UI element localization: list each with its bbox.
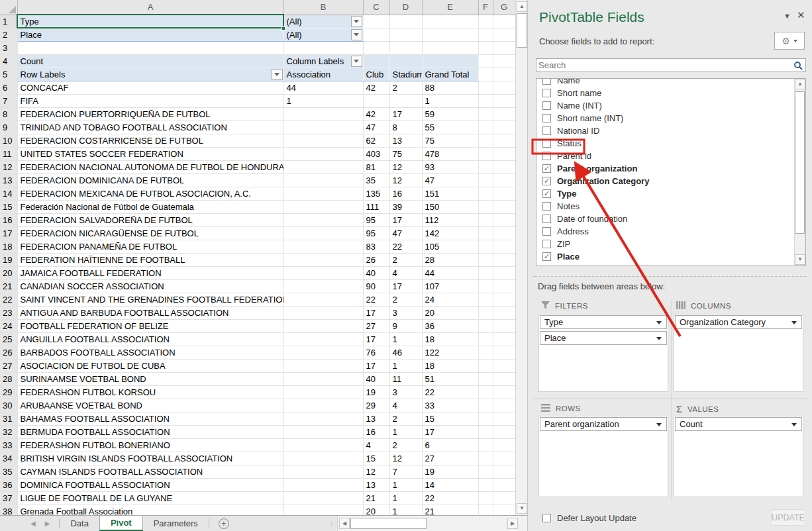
scroll-left-arrow-icon[interactable]: ◀ [339,518,350,529]
row-header[interactable]: 35 [0,465,17,478]
cell-club-count[interactable]: 76 [363,346,389,359]
field-checkbox[interactable] [542,126,551,135]
cell-grand-total[interactable]: 6 [422,438,478,452]
grid-horizontal-scrollbar[interactable]: ◀ ▶ [337,516,527,531]
cell-stadium-count[interactable]: 1 [389,491,422,505]
cell-row-label[interactable]: BRITISH VIRGIN ISLANDS FOOTBALL ASSOCIAT… [17,452,283,465]
cell-club-count[interactable]: 95 [363,213,389,226]
row-header[interactable]: 11 [0,147,17,160]
field-checkbox-item[interactable]: Short name [536,87,791,99]
cell-row-label[interactable]: UNITED STATES SOCCER FEDERATION [17,147,283,160]
values-area-box[interactable]: Count [674,416,803,497]
cell-grand-total[interactable]: 44 [422,266,478,279]
cell-club-count[interactable]: 21 [363,491,389,505]
row-header[interactable]: 33 [0,438,17,452]
row-header[interactable]: 22 [0,293,17,306]
defer-checkbox[interactable] [542,514,551,522]
cell-stadium-count[interactable]: 1 [389,505,422,515]
row-header[interactable]: 16 [0,213,17,226]
cell-row-label[interactable]: FEDERACION MEXICANA DE FUTBOL ASOCIACION… [17,187,283,200]
field-checkbox[interactable] [542,202,551,211]
cell-association-count[interactable] [283,452,363,465]
cell-stadium-count[interactable]: 4 [389,399,422,412]
cell-row-labels[interactable]: Row Labels [17,68,283,81]
scroll-right-arrow-icon[interactable]: ▶ [507,518,518,529]
field-checkbox[interactable] [542,189,551,198]
cell-association-count[interactable] [283,121,363,134]
row-header[interactable]: 24 [0,319,17,332]
row-header[interactable]: 8 [0,107,17,121]
filters-field-pill[interactable]: Type [540,315,667,329]
cell-association-count[interactable] [283,240,363,253]
cell-count[interactable]: Count [17,54,283,68]
cell-association-count[interactable] [283,226,363,240]
rows-area-box[interactable]: Parent organization [538,416,668,497]
cell-club-header[interactable]: Club [363,68,389,81]
cell-row-label[interactable]: ANGUILLA FOOTBALL ASSOCIATION [17,332,283,346]
filters-area-box[interactable]: TypePlace [538,314,668,392]
select-all-corner[interactable] [0,0,17,15]
row-header[interactable]: 27 [0,359,17,372]
row-header[interactable]: 20 [0,266,17,279]
cell-grand-total[interactable]: 88 [422,81,478,94]
cell-grand-total[interactable]: 55 [422,121,478,134]
cell-club-count[interactable]: 42 [363,107,389,121]
pane-options-chevron-icon[interactable]: ▼ [784,12,791,20]
cell-stadium-count[interactable]: 2 [389,438,422,452]
row-header[interactable]: 19 [0,253,17,266]
cell-club-count[interactable]: 40 [363,266,389,279]
cell-club-count[interactable]: 81 [363,160,389,173]
cell-stadium-count[interactable]: 1 [389,478,422,491]
cell-row-label[interactable]: FEDERASHON FUTBOL KORSOU [17,385,283,399]
cell-association-count[interactable] [283,372,363,385]
list-scroll-thumb[interactable] [795,91,805,234]
cell-stadium-count[interactable]: 46 [389,346,422,359]
cell-grand-total[interactable]: 18 [422,332,478,346]
cell-grand-total[interactable]: 19 [422,465,478,478]
cell-row-label[interactable]: FEDERACION DOMINICANA DE FUTBOL [17,173,283,187]
field-checkbox-item[interactable]: Parent id [536,150,791,162]
cell-club-count[interactable]: 20 [363,505,389,515]
field-checkbox-item[interactable]: Notes [536,200,791,213]
row-header-2[interactable]: 2 [0,28,17,41]
cell-row-label[interactable]: FIFA [17,94,283,107]
cell-club-count[interactable]: 19 [363,385,389,399]
cell-stadium-count[interactable]: 75 [389,147,422,160]
cell-row-label[interactable]: BERMUDA FOOTBALL ASSOCIATION [17,425,283,438]
cell-stadium-count[interactable]: 12 [389,160,422,173]
cell-row-label[interactable]: BARBADOS FOOTBALL ASSOCIATION [17,346,283,359]
column-header-b[interactable]: B [283,0,363,15]
field-checkbox-item[interactable]: National ID [536,124,791,137]
field-checkbox[interactable] [542,152,551,160]
row-header[interactable]: 17 [0,226,17,240]
field-checkbox[interactable] [542,177,551,185]
row-header[interactable]: 21 [0,279,17,293]
cell-row-label[interactable]: CANADIAN SOCCER ASSOCIATION [17,279,283,293]
field-checkbox-item[interactable]: Organization Category [536,175,791,187]
cell-club-count[interactable]: 17 [363,306,389,319]
cell-association-count[interactable] [283,491,363,505]
cell-stadium-count[interactable]: 3 [389,385,422,399]
cell-row-label[interactable]: CONCACAF [17,81,283,94]
cell-association-header[interactable]: Association [283,68,363,81]
row-header[interactable]: 12 [0,160,17,173]
columns-field-pill[interactable]: Organization Category [675,315,802,329]
cell-stadium-count[interactable]: 17 [389,107,422,121]
scroll-up-arrow-icon[interactable]: ▲ [517,1,527,12]
cell-stadium-count[interactable]: 11 [389,372,422,385]
cell-grand-total[interactable]: 478 [422,147,478,160]
cell-association-count[interactable] [283,505,363,515]
cell-stadium-count[interactable]: 7 [389,465,422,478]
scroll-down-arrow-icon[interactable]: ▼ [517,503,527,514]
cell-association-count[interactable] [283,425,363,438]
cell-club-count[interactable]: 95 [363,226,389,240]
values-field-pill[interactable]: Count [675,417,802,431]
cell-row-label[interactable]: FEDERACION PANAMEÑA DE FUTBOL [17,240,283,253]
row-header[interactable]: 15 [0,200,17,213]
field-checkbox-item[interactable]: ZIP [536,238,791,250]
sheet-tab[interactable]: Pivot [99,516,143,531]
cell-association-count[interactable] [283,319,363,332]
row-header[interactable]: 9 [0,121,17,134]
row-header-1[interactable]: 1 [0,15,17,28]
column-header-a[interactable]: A [17,0,283,15]
